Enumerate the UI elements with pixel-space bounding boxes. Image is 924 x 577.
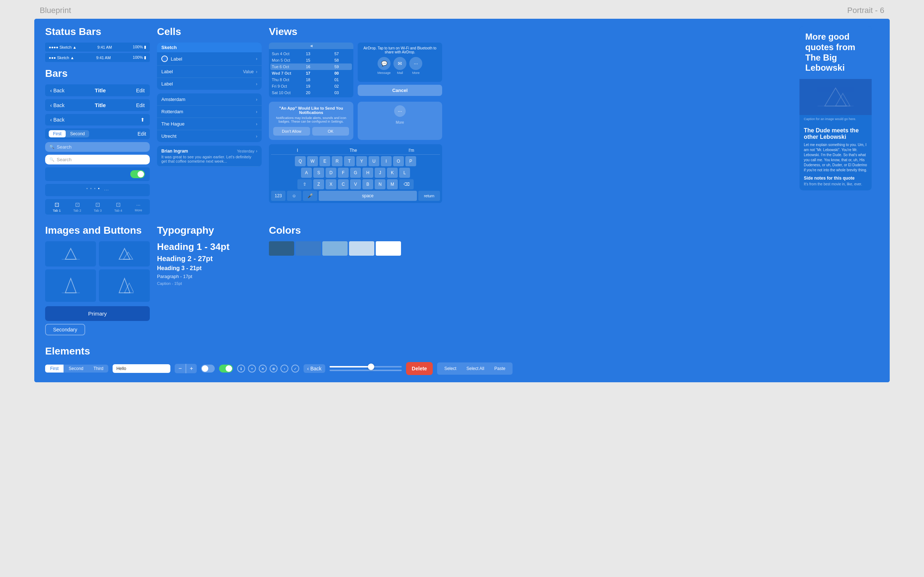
key-g[interactable]: G <box>350 168 361 178</box>
key-m[interactable]: M <box>387 179 398 189</box>
key-b[interactable]: B <box>362 179 373 189</box>
key-f[interactable]: F <box>338 168 349 178</box>
back-button-3[interactable]: ‹ Back <box>50 117 65 122</box>
city-utrecht[interactable]: Utrecht › <box>157 130 262 142</box>
key-emoji[interactable]: ☺ <box>287 191 301 201</box>
cell-radio[interactable]: Label › <box>157 52 262 66</box>
key-k[interactable]: K <box>387 168 398 178</box>
back-button-1[interactable]: ‹ Back <box>50 88 65 93</box>
slider-thumb[interactable] <box>368 364 374 370</box>
key-e[interactable]: E <box>320 156 330 166</box>
select-btn[interactable]: Select <box>441 364 460 372</box>
suggestion-1[interactable]: I <box>297 148 298 153</box>
back-btn-element[interactable]: ‹ Back <box>304 364 325 373</box>
key-p[interactable]: P <box>405 156 416 166</box>
date-row-1[interactable]: Sun 4 Oct 13 57 <box>270 50 352 57</box>
text-input[interactable]: Hello <box>113 364 170 373</box>
stepper-minus[interactable]: − <box>175 364 186 373</box>
circle-plus-icon[interactable]: ⊕ <box>270 364 278 372</box>
share-cancel-btn[interactable]: Cancel <box>358 85 442 96</box>
select-all-btn[interactable]: Select All <box>463 364 488 372</box>
share-more[interactable]: ··· More <box>409 57 422 75</box>
tab-item-more[interactable]: ··· More <box>135 202 142 212</box>
date-row-3[interactable]: Tue 6 Oct 16 59 <box>270 63 352 70</box>
toggle-off[interactable] <box>201 364 215 372</box>
cell-label-plain[interactable]: Label › <box>157 78 262 90</box>
key-d[interactable]: D <box>326 168 336 178</box>
delete-button[interactable]: Delete <box>406 362 433 375</box>
key-n[interactable]: N <box>375 179 386 189</box>
segment-first[interactable]: First <box>49 130 66 137</box>
nav-action-1[interactable]: Edit <box>136 88 145 93</box>
key-shift[interactable]: ⇧ <box>297 179 312 189</box>
add-icon[interactable]: + <box>248 364 256 372</box>
icon-symbols-row: ℹ + ✕ ⊕ › ✓ <box>237 364 299 372</box>
date-row-2[interactable]: Mon 5 Oct 15 58 <box>270 57 352 63</box>
key-c[interactable]: C <box>338 179 349 189</box>
key-i[interactable]: I <box>381 156 392 166</box>
tab-item-2[interactable]: ⊡ Tab 2 <box>73 201 81 213</box>
tab-item-1[interactable]: ⊡ Tab 1 <box>53 201 61 213</box>
date-row-6[interactable]: Fri 9 Oct 19 02 <box>270 83 352 89</box>
cell-label-value[interactable]: Label Value › <box>157 66 262 78</box>
toggle-switch[interactable] <box>130 170 145 178</box>
elements-seg-second[interactable]: Second <box>63 364 89 372</box>
key-return[interactable]: return <box>418 191 440 201</box>
city-rotterdam[interactable]: Rotterdam › <box>157 106 262 118</box>
slider[interactable] <box>330 366 402 367</box>
key-u[interactable]: U <box>368 156 380 166</box>
key-r[interactable]: R <box>332 156 342 166</box>
key-l[interactable]: L <box>399 168 410 178</box>
key-123[interactable]: 123 <box>271 191 286 201</box>
segment-second[interactable]: Second <box>66 130 89 137</box>
key-a[interactable]: A <box>301 168 312 178</box>
key-mic[interactable]: 🎤 <box>303 191 317 201</box>
date-row-7[interactable]: Sat 10 Oct 20 03 <box>270 89 352 96</box>
elements-seg-first[interactable]: First <box>45 364 63 372</box>
key-v[interactable]: V <box>350 179 361 189</box>
key-space[interactable]: space <box>319 191 417 201</box>
action-more-btn[interactable]: ··· <box>394 105 406 117</box>
elements-seg-third[interactable]: Third <box>89 364 108 372</box>
key-o[interactable]: O <box>393 156 404 166</box>
paste-btn[interactable]: Paste <box>491 364 509 372</box>
key-z[interactable]: Z <box>313 179 324 189</box>
key-w[interactable]: W <box>307 156 318 166</box>
city-thehague[interactable]: The Hague › <box>157 118 262 130</box>
segment-edit-btn[interactable]: Edit <box>137 131 146 137</box>
info-icon[interactable]: ℹ <box>237 364 245 372</box>
key-s[interactable]: S <box>313 168 324 178</box>
message-cell[interactable]: Brian Ingram Yesterday › It was great to… <box>157 146 262 167</box>
key-j[interactable]: J <box>375 168 386 178</box>
secondary-button[interactable]: Secondary <box>45 324 85 335</box>
key-q[interactable]: Q <box>295 156 306 166</box>
date-row-5[interactable]: Thu 8 Oct 18 01 <box>270 76 352 83</box>
key-delete[interactable]: ⌫ <box>399 179 414 189</box>
back-button-2[interactable]: ‹ Back <box>50 102 65 108</box>
close-icon[interactable]: ✕ <box>259 364 267 372</box>
check-icon[interactable]: ✓ <box>291 364 299 372</box>
date-row-4[interactable]: Wed 7 Oct 17 00 <box>270 70 352 76</box>
slider-2[interactable] <box>330 370 402 371</box>
alert-allow-btn[interactable]: OK <box>312 127 349 135</box>
share-mail[interactable]: ✉ Mail <box>393 57 406 75</box>
chevron-right-icon[interactable]: › <box>281 364 288 372</box>
search-bar-1[interactable]: 🔍 Search <box>45 142 150 152</box>
key-t[interactable]: T <box>344 156 355 166</box>
alert-deny-btn[interactable]: Don't Allow <box>273 127 310 135</box>
stepper-plus[interactable]: + <box>186 364 197 373</box>
nav-action-share[interactable]: ⬆ <box>141 117 145 122</box>
search-bar-2[interactable]: 🔍 Search <box>45 155 150 164</box>
tab-item-4[interactable]: ⊡ Tab 4 <box>114 201 122 213</box>
key-h[interactable]: H <box>362 168 373 178</box>
toggle-on[interactable] <box>219 364 233 372</box>
share-message[interactable]: 💬 Message <box>378 57 391 75</box>
key-x[interactable]: X <box>326 179 336 189</box>
nav-action-2[interactable]: Edit <box>136 102 145 108</box>
suggestion-3[interactable]: I'm <box>409 148 414 153</box>
key-y[interactable]: Y <box>356 156 367 166</box>
primary-button[interactable]: Primary <box>45 306 150 321</box>
tab-item-3[interactable]: ⊡ Tab 3 <box>94 201 102 213</box>
suggestion-2[interactable]: The <box>350 148 357 153</box>
city-amsterdam[interactable]: Amsterdam › <box>157 93 262 106</box>
